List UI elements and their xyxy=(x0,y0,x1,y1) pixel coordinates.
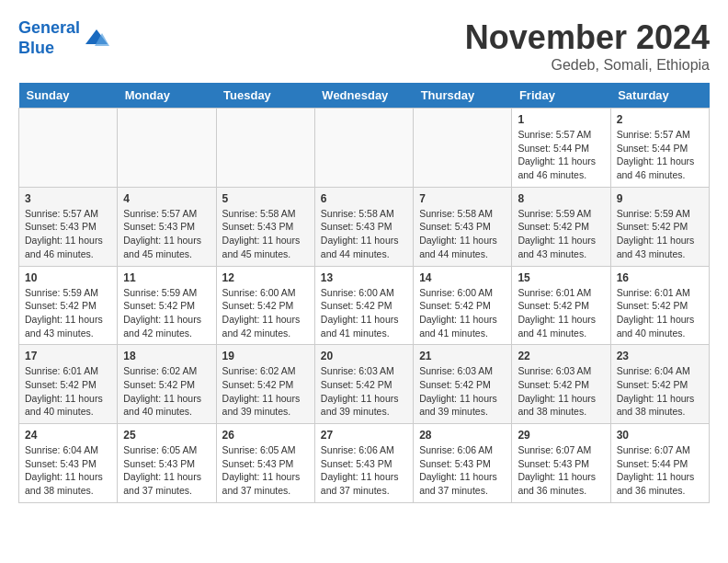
day-cell-13: 13Sunrise: 6:00 AMSunset: 5:42 PMDayligh… xyxy=(314,266,413,345)
day-number: 12 xyxy=(222,271,309,284)
day-info: Daylight: 11 hours and 40 minutes. xyxy=(617,313,703,339)
header-monday: Monday xyxy=(118,83,216,109)
day-info: Daylight: 11 hours and 38 minutes. xyxy=(518,392,604,419)
day-info: Sunset: 5:43 PM xyxy=(123,457,210,471)
header-sunday: Sunday xyxy=(19,83,118,109)
day-number: 30 xyxy=(617,429,703,442)
week-row-5: 24Sunrise: 6:04 AMSunset: 5:43 PMDayligh… xyxy=(19,424,710,503)
day-cell-25: 25Sunrise: 6:05 AMSunset: 5:43 PMDayligh… xyxy=(118,424,216,503)
day-info: Sunset: 5:42 PM xyxy=(617,378,703,392)
day-info: Daylight: 11 hours and 40 minutes. xyxy=(123,392,210,419)
day-number: 3 xyxy=(25,192,111,205)
day-number: 2 xyxy=(617,113,703,126)
day-info: Sunset: 5:43 PM xyxy=(321,220,407,234)
day-info: Sunset: 5:42 PM xyxy=(419,299,506,313)
day-cell-21: 21Sunrise: 6:03 AMSunset: 5:42 PMDayligh… xyxy=(414,345,512,424)
day-info: Sunrise: 6:05 AM xyxy=(222,443,309,457)
title-area: November 2024 Gedeb, Somali, Ethiopia xyxy=(465,18,710,74)
day-info: Sunrise: 6:02 AM xyxy=(222,364,309,378)
day-cell-26: 26Sunrise: 6:05 AMSunset: 5:43 PMDayligh… xyxy=(216,424,314,503)
day-number: 8 xyxy=(518,192,604,205)
day-info: Daylight: 11 hours and 41 minutes. xyxy=(321,313,407,339)
day-cell-15: 15Sunrise: 6:01 AMSunset: 5:42 PMDayligh… xyxy=(512,266,610,345)
day-info: Sunrise: 5:57 AM xyxy=(25,207,111,221)
day-info: Daylight: 11 hours and 39 minutes. xyxy=(321,392,407,419)
header-wednesday: Wednesday xyxy=(314,83,413,109)
day-info: Sunset: 5:42 PM xyxy=(617,220,703,234)
day-number: 27 xyxy=(321,429,407,442)
day-info: Sunset: 5:42 PM xyxy=(617,299,703,313)
day-info: Daylight: 11 hours and 39 minutes. xyxy=(419,392,506,419)
day-info: Daylight: 11 hours and 36 minutes. xyxy=(617,470,703,497)
empty-cell xyxy=(216,109,314,188)
day-info: Sunset: 5:43 PM xyxy=(25,220,111,234)
day-info: Sunrise: 6:01 AM xyxy=(518,286,604,300)
day-info: Sunset: 5:42 PM xyxy=(518,299,604,313)
header-friday: Friday xyxy=(512,83,610,109)
day-info: Sunset: 5:42 PM xyxy=(25,378,111,392)
day-cell-27: 27Sunrise: 6:06 AMSunset: 5:43 PMDayligh… xyxy=(314,424,413,503)
day-info: Daylight: 11 hours and 45 minutes. xyxy=(222,234,309,260)
empty-cell xyxy=(314,109,413,188)
day-number: 10 xyxy=(25,271,111,284)
day-number: 19 xyxy=(222,350,309,362)
month-title: November 2024 xyxy=(465,18,710,57)
day-number: 21 xyxy=(419,350,506,362)
day-cell-18: 18Sunrise: 6:02 AMSunset: 5:42 PMDayligh… xyxy=(118,345,216,424)
week-row-3: 10Sunrise: 5:59 AMSunset: 5:42 PMDayligh… xyxy=(19,266,710,345)
page-header: General Blue November 2024 Gedeb, Somali… xyxy=(18,18,710,74)
day-info: Sunrise: 6:05 AM xyxy=(123,443,210,457)
day-info: Daylight: 11 hours and 38 minutes. xyxy=(617,392,703,419)
day-info: Sunrise: 6:00 AM xyxy=(321,286,407,300)
day-number: 26 xyxy=(222,429,309,442)
day-info: Sunrise: 6:00 AM xyxy=(222,286,309,300)
day-info: Sunset: 5:44 PM xyxy=(617,142,703,155)
logo-line1: General xyxy=(18,18,80,37)
day-number: 15 xyxy=(518,271,604,284)
day-cell-12: 12Sunrise: 6:00 AMSunset: 5:42 PMDayligh… xyxy=(216,266,314,345)
header-tuesday: Tuesday xyxy=(216,83,314,109)
day-info: Sunset: 5:43 PM xyxy=(321,457,407,471)
day-number: 13 xyxy=(321,271,407,284)
day-info: Sunrise: 6:02 AM xyxy=(123,364,210,378)
day-info: Sunrise: 5:59 AM xyxy=(518,207,604,221)
day-cell-28: 28Sunrise: 6:06 AMSunset: 5:43 PMDayligh… xyxy=(414,424,512,503)
day-info: Sunrise: 6:01 AM xyxy=(25,364,111,378)
day-info: Sunset: 5:43 PM xyxy=(518,457,604,471)
header-saturday: Saturday xyxy=(610,83,709,109)
day-info: Daylight: 11 hours and 41 minutes. xyxy=(419,313,506,339)
day-cell-16: 16Sunrise: 6:01 AMSunset: 5:42 PMDayligh… xyxy=(610,266,709,345)
day-number: 28 xyxy=(419,429,506,442)
day-info: Sunset: 5:42 PM xyxy=(25,299,111,313)
day-info: Daylight: 11 hours and 44 minutes. xyxy=(321,234,407,260)
day-info: Sunrise: 5:58 AM xyxy=(222,207,309,221)
day-info: Daylight: 11 hours and 43 minutes. xyxy=(25,313,111,339)
calendar-table: SundayMondayTuesdayWednesdayThursdayFrid… xyxy=(18,83,710,503)
day-info: Sunrise: 6:04 AM xyxy=(25,443,111,457)
day-info: Daylight: 11 hours and 37 minutes. xyxy=(321,470,407,497)
day-number: 24 xyxy=(25,429,111,442)
day-info: Daylight: 11 hours and 37 minutes. xyxy=(222,470,309,497)
day-cell-10: 10Sunrise: 5:59 AMSunset: 5:42 PMDayligh… xyxy=(19,266,118,345)
day-info: Sunset: 5:44 PM xyxy=(518,142,604,155)
day-info: Sunrise: 6:06 AM xyxy=(419,443,506,457)
day-cell-2: 2Sunrise: 5:57 AMSunset: 5:44 PMDaylight… xyxy=(610,109,709,188)
location: Gedeb, Somali, Ethiopia xyxy=(465,57,710,74)
day-info: Sunset: 5:43 PM xyxy=(123,220,210,234)
day-info: Daylight: 11 hours and 46 minutes. xyxy=(25,234,111,260)
day-cell-19: 19Sunrise: 6:02 AMSunset: 5:42 PMDayligh… xyxy=(216,345,314,424)
day-number: 22 xyxy=(518,350,604,362)
empty-cell xyxy=(118,109,216,188)
day-info: Sunset: 5:43 PM xyxy=(25,457,111,471)
day-info: Sunset: 5:42 PM xyxy=(321,378,407,392)
day-info: Daylight: 11 hours and 38 minutes. xyxy=(25,470,111,497)
day-info: Sunrise: 5:57 AM xyxy=(518,128,604,142)
day-info: Sunrise: 6:04 AM xyxy=(617,364,703,378)
week-row-1: 1Sunrise: 5:57 AMSunset: 5:44 PMDaylight… xyxy=(19,109,710,188)
day-cell-29: 29Sunrise: 6:07 AMSunset: 5:43 PMDayligh… xyxy=(512,424,610,503)
day-number: 16 xyxy=(617,271,703,284)
day-info: Daylight: 11 hours and 42 minutes. xyxy=(222,313,309,339)
day-number: 7 xyxy=(419,192,506,205)
day-info: Sunrise: 5:58 AM xyxy=(321,207,407,221)
day-info: Sunset: 5:43 PM xyxy=(222,457,309,471)
